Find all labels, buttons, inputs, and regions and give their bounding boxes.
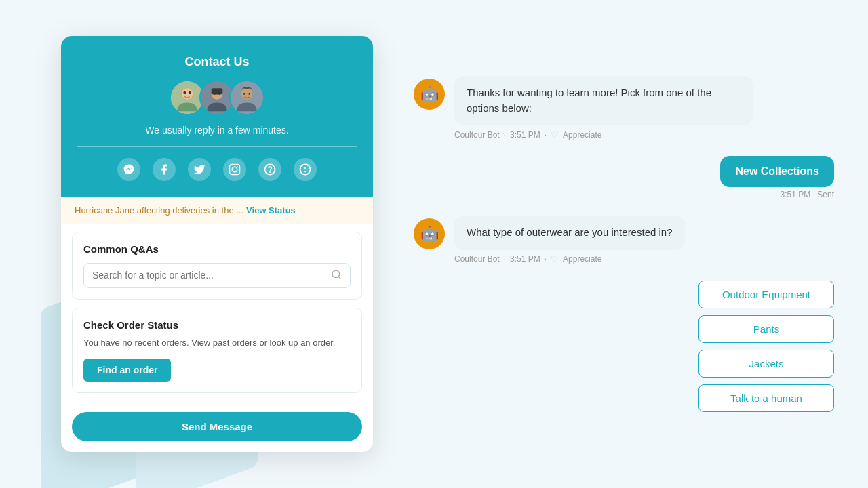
separator-1: · — [504, 130, 506, 140]
user-status: Sent — [817, 190, 834, 199]
search-icon — [331, 269, 342, 282]
messenger-icon[interactable] — [117, 158, 140, 181]
find-order-button[interactable]: Find an order — [83, 359, 171, 382]
user-message-1: New Collections 3:51 PM · Sent — [414, 156, 834, 199]
qa-section: Common Q&As — [72, 232, 362, 300]
svg-point-15 — [232, 167, 237, 172]
svg-line-23 — [338, 277, 340, 279]
qa-title: Common Q&As — [83, 243, 351, 255]
header-divider — [77, 146, 357, 147]
option-talk-to-human[interactable]: Talk to a human — [698, 384, 834, 412]
bot-bubble-2: What type of outerwear are you intereste… — [454, 216, 685, 250]
svg-point-13 — [248, 93, 250, 95]
twitter-icon[interactable] — [188, 158, 211, 181]
svg-rect-7 — [212, 88, 223, 94]
option-buttons: Outdoor Equipment Pants Jackets Talk to … — [414, 281, 834, 412]
separator-3: · — [504, 254, 506, 264]
bot-meta-2: Coultour Bot · 3:51 PM · ♡ Appreciate — [454, 254, 834, 264]
avatar-group — [77, 80, 357, 115]
option-outdoor-equipment[interactable]: Outdoor Equipment — [698, 281, 834, 308]
instagram-icon[interactable] — [223, 158, 246, 181]
user-bubble-1: New Collections — [720, 156, 834, 187]
send-message-button[interactable]: Send Message — [72, 412, 362, 441]
widget-body: Common Q&As Check Order Status You have … — [61, 232, 373, 405]
alert-text: Hurricane Jane affecting deliveries in t… — [75, 205, 243, 216]
appreciate-1[interactable]: Appreciate — [563, 130, 601, 140]
separator-2: · — [545, 130, 547, 140]
option-jackets[interactable]: Jackets — [698, 350, 834, 378]
svg-point-9 — [218, 93, 220, 95]
bot-meta-1: Coultour Bot · 3:51 PM · ♡ Appreciate — [454, 129, 834, 140]
svg-point-12 — [243, 93, 245, 95]
reply-text: We usually reply in a few minutes. — [77, 125, 357, 136]
user-meta-1: 3:51 PM · Sent — [781, 190, 834, 199]
order-description: You have no recent orders. View past ord… — [83, 336, 351, 350]
bot-avatar-2: 🤖 — [414, 218, 445, 249]
bot-message-content-2: What type of outerwear are you intereste… — [454, 216, 834, 264]
svg-rect-14 — [230, 164, 240, 174]
contact-widget: Contact Us — [61, 36, 373, 453]
bot-message-1: 🤖 Thanks for wanting to learn more! Pick… — [414, 76, 834, 140]
appreciate-2[interactable]: Appreciate — [563, 254, 601, 264]
bot-sender-1: Coultour Bot — [454, 130, 500, 140]
bot-message-2: 🤖 What type of outerwear are you interes… — [414, 216, 834, 264]
widget-title: Contact Us — [77, 55, 357, 69]
alert-icon[interactable] — [294, 158, 317, 181]
view-status-link[interactable]: View Status — [246, 205, 296, 216]
chat-panel: 🤖 Thanks for wanting to learn more! Pick… — [373, 56, 868, 432]
bot-time-1: 3:51 PM — [510, 130, 540, 140]
user-time: 3:51 PM — [781, 190, 811, 199]
separator-4: · — [545, 254, 547, 264]
bot-sender-2: Coultour Bot — [454, 254, 500, 264]
option-pants[interactable]: Pants — [698, 315, 834, 343]
order-section: Check Order Status You have no recent or… — [72, 308, 362, 394]
order-title: Check Order Status — [83, 319, 351, 331]
heart-icon-2: ♡ — [551, 254, 559, 264]
bot-bubble-1: Thanks for wanting to learn more! Pick f… — [454, 76, 753, 125]
search-input[interactable] — [92, 270, 326, 281]
svg-point-22 — [332, 270, 340, 278]
bot-message-content-1: Thanks for wanting to learn more! Pick f… — [454, 76, 834, 140]
heart-icon-1: ♡ — [551, 129, 559, 140]
facebook-icon[interactable] — [153, 158, 176, 181]
svg-point-16 — [237, 166, 238, 167]
social-icons — [77, 158, 357, 181]
search-box — [83, 263, 351, 288]
help-icon[interactable] — [258, 158, 281, 181]
bot-avatar-1: 🤖 — [414, 79, 445, 110]
widget-header: Contact Us — [61, 36, 373, 197]
svg-point-3 — [183, 92, 186, 94]
svg-point-8 — [214, 93, 216, 95]
bot-time-2: 3:51 PM — [510, 254, 540, 264]
alert-banner: Hurricane Jane affecting deliveries in t… — [61, 197, 373, 224]
avatar-3 — [229, 80, 264, 115]
svg-point-4 — [189, 92, 191, 94]
